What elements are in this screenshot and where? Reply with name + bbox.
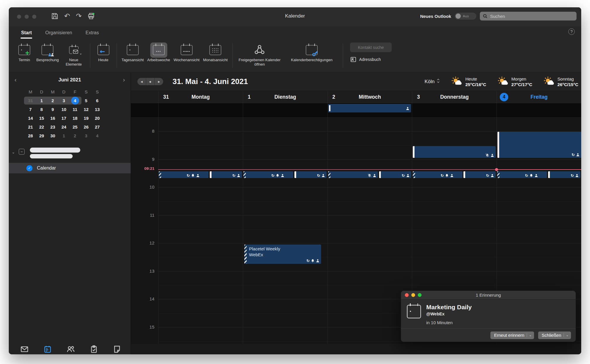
mini-day[interactable]: 20 xyxy=(92,116,103,121)
event-mittwoch-a[interactable] xyxy=(328,171,378,178)
mini-day[interactable]: 18 xyxy=(69,116,81,121)
event-donnerstag-a[interactable]: ↻ xyxy=(413,171,463,178)
wochenansicht-button[interactable]: ••••• Wochenansicht xyxy=(174,42,200,62)
event-dienstag-a[interactable]: ↻ xyxy=(243,171,293,178)
open-shared-calendar-button[interactable]: Freigegebenen Kalender öffnen xyxy=(237,42,282,66)
weather-city[interactable]: Köln xyxy=(424,78,440,85)
event-donnerstag-b[interactable]: ↻ xyxy=(463,171,496,178)
weather-sunday[interactable]: Sonntag 26°C/15°C xyxy=(543,76,578,87)
mini-day[interactable]: 17 xyxy=(58,116,69,121)
event-dienstag-b[interactable]: ↻ xyxy=(294,171,327,178)
reminder-window[interactable]: 1 Erinnerung Marketing Daily @WebEx in 1… xyxy=(401,290,576,342)
notes-module-button[interactable] xyxy=(113,345,121,354)
mini-day[interactable]: 25 xyxy=(69,124,81,129)
day-header-donnerstag[interactable]: 3 Donnerstag xyxy=(412,91,497,103)
close-button[interactable] xyxy=(405,293,409,297)
mini-day[interactable]: 3 xyxy=(81,133,92,138)
mini-day[interactable]: 21 xyxy=(25,124,36,129)
weather-tomorrow[interactable]: Morgen 27°C/17°C xyxy=(497,76,532,87)
day-name-today: Freitag xyxy=(531,94,548,100)
mini-next-button[interactable]: › xyxy=(117,76,131,83)
besprechung-button[interactable]: Besprechung xyxy=(36,42,59,62)
calendar-permissions-button[interactable]: Kalenderberechtigungen xyxy=(285,42,338,62)
termin-button[interactable]: + Termin xyxy=(16,42,33,62)
tab-start[interactable]: Start xyxy=(21,30,32,35)
mini-day-today[interactable]: 4 xyxy=(69,98,81,103)
mini-day[interactable]: 28 xyxy=(25,133,36,138)
prev-week-button[interactable]: ◀ xyxy=(137,78,146,85)
calendar-list-item[interactable]: ✓ Calendar xyxy=(9,163,131,173)
mini-day[interactable]: 5 xyxy=(81,98,92,103)
mini-day[interactable]: 15 xyxy=(36,116,47,121)
event-freitag-b[interactable]: ↻ xyxy=(548,171,580,178)
mini-day[interactable]: 22 xyxy=(36,124,47,129)
tagesansicht-button[interactable]: Tagesansicht xyxy=(122,42,144,62)
mini-day[interactable]: 11 xyxy=(69,107,81,112)
mini-day[interactable]: 14 xyxy=(25,116,36,121)
adressbuch-button[interactable]: Adressbuch xyxy=(350,56,392,63)
mini-day[interactable]: 29 xyxy=(36,133,47,138)
weather-today[interactable]: Heute 25°C/16°C xyxy=(451,76,486,87)
day-header-freitag-today[interactable]: 4 Freitag xyxy=(497,91,581,103)
tab-extras[interactable]: Extras xyxy=(86,30,99,35)
event-freitag-morning[interactable]: ↻ xyxy=(497,132,581,158)
mini-day[interactable]: 8 xyxy=(36,107,47,112)
day-header-dienstag[interactable]: 1 Dienstag xyxy=(243,91,328,103)
mail-module-button[interactable] xyxy=(21,345,28,354)
mini-day[interactable]: 1 xyxy=(58,133,69,138)
event-mittwoch-b[interactable]: ↻ xyxy=(379,171,411,178)
new-outlook-toggle[interactable]: Aus xyxy=(455,13,476,20)
mini-day[interactable]: 2 xyxy=(69,133,81,138)
event-montag-b[interactable]: ↻ xyxy=(210,171,242,178)
mini-day[interactable]: 16 xyxy=(47,116,58,121)
calendar-checkbox[interactable]: ✓ xyxy=(26,165,33,171)
mini-day[interactable]: 1 xyxy=(36,98,47,103)
contact-search-field[interactable]: Kontakt suche xyxy=(350,42,392,52)
event-placetel-weekly[interactable]: Placetel Weekly WebEx ↻ xyxy=(244,245,321,264)
mini-day[interactable]: 3 xyxy=(58,98,69,103)
day-header-montag[interactable]: 31 Montag xyxy=(158,91,243,103)
mini-day[interactable]: 10 xyxy=(58,107,69,112)
snooze-button[interactable]: Erneut erinnern ⌄ xyxy=(490,331,534,339)
zoom-button[interactable] xyxy=(418,293,422,297)
mini-day[interactable]: 4 xyxy=(92,133,103,138)
next-week-button[interactable]: ▶ xyxy=(155,78,163,85)
collapse-chevron-icon[interactable]: ⌄ xyxy=(12,150,15,154)
all-day-row[interactable] xyxy=(131,103,581,118)
tab-organisieren[interactable]: Organisieren xyxy=(45,30,72,35)
calendar-module-button[interactable] xyxy=(44,345,52,354)
mini-day[interactable]: 23 xyxy=(47,124,58,129)
mini-day[interactable]: 13 xyxy=(92,107,103,112)
mini-day[interactable]: 27 xyxy=(92,124,103,129)
mini-day[interactable]: 9 xyxy=(47,107,58,112)
heute-button[interactable]: ← Heute xyxy=(95,42,112,62)
event-montag-a[interactable]: ↻ xyxy=(159,171,209,178)
mini-day[interactable]: 24 xyxy=(58,124,69,129)
tasks-module-button[interactable] xyxy=(90,345,98,354)
mini-day[interactable]: 19 xyxy=(81,116,92,121)
arbeitswoche-button[interactable]: ••• Arbeitswoche xyxy=(147,42,170,62)
day-header-mittwoch[interactable]: 2 Mittwoch xyxy=(328,91,412,103)
mini-day[interactable]: 26 xyxy=(81,124,92,129)
help-button[interactable]: ? xyxy=(568,28,575,35)
search-input[interactable]: Suchen xyxy=(480,12,577,20)
dismiss-button[interactable]: Schließen ⌄ xyxy=(538,331,571,339)
mini-day[interactable]: 30 xyxy=(47,133,58,138)
mini-day[interactable]: 6 xyxy=(92,98,103,103)
mini-day[interactable]: 7 xyxy=(25,107,36,112)
event-donnerstag-morning[interactable] xyxy=(413,146,496,158)
minimize-button[interactable] xyxy=(411,293,415,297)
monatsansicht-button[interactable]: Monatsansicht xyxy=(203,42,228,62)
mini-day[interactable]: 31 xyxy=(25,98,36,103)
city-stepper-icon[interactable] xyxy=(436,78,440,85)
all-day-event-mittwoch[interactable] xyxy=(328,104,411,112)
neue-elemente-button[interactable]: ⌄ Neue Elemente xyxy=(62,42,85,66)
event-freitag-a[interactable]: ↻ xyxy=(497,171,547,178)
mini-day[interactable]: 12 xyxy=(81,107,92,112)
mini-prev-button[interactable]: ‹ xyxy=(9,76,22,83)
current-week-button[interactable]: ◆ xyxy=(146,78,155,85)
mini-day[interactable]: 2 xyxy=(47,98,58,103)
people-module-button[interactable] xyxy=(67,345,75,354)
collapse-box-icon[interactable]: − xyxy=(19,149,25,155)
account-group[interactable]: ⌄ − xyxy=(9,148,131,161)
